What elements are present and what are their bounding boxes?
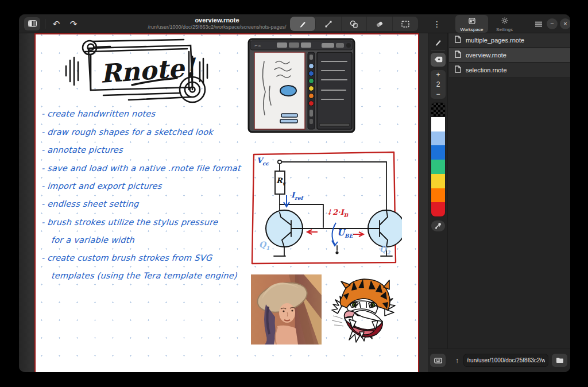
eraser-icon xyxy=(376,20,384,28)
file-name: selection.rnote xyxy=(466,67,507,73)
document-path: /run/user/1000/doc/25f863c2/workspace/sc… xyxy=(131,24,303,30)
circuit-diagram-sketch: Vcc Rv Iref ↓2·IB UBE Q1 Q2 xyxy=(250,149,402,268)
header-bar: ↶ ↷ overview.rnote /run/user/1000/doc/25… xyxy=(19,14,570,33)
folder-icon xyxy=(556,355,564,366)
pen-settings-strip: + 2 − xyxy=(428,33,448,372)
selection-rectangle-icon xyxy=(401,21,409,28)
color-swatch-green[interactable] xyxy=(431,160,445,174)
color-picker-button[interactable] xyxy=(431,220,445,231)
workspace-file-panel: multiple_pages.rnote overview.rnote sele… xyxy=(449,33,570,372)
svg-text:⌐∞: ⌐∞ xyxy=(254,44,261,48)
shaper-nodes-icon xyxy=(324,20,332,28)
navigate-up-button[interactable]: ↑ xyxy=(452,354,462,367)
minus-icon: − xyxy=(436,90,440,98)
panes-icon xyxy=(28,19,37,29)
rnote-logo-sketch: Rnote! xyxy=(47,34,219,108)
minimize-button[interactable]: − xyxy=(547,18,558,29)
app-window: ↶ ↷ overview.rnote /run/user/1000/doc/25… xyxy=(19,14,570,372)
note-line: - save and load with a native .rnote fil… xyxy=(41,164,241,173)
footer-bar: ↑ xyxy=(428,349,570,372)
close-button[interactable]: × xyxy=(560,18,570,29)
tab-settings-label: Settings xyxy=(496,27,513,32)
color-swatch-yellow[interactable] xyxy=(431,174,445,188)
selector-tool-button[interactable] xyxy=(393,17,418,31)
marker-style-button[interactable] xyxy=(431,53,446,67)
main-area: Rnote! - create handwritten notes - draw… xyxy=(19,33,570,372)
stroke-width-value: 2 xyxy=(431,80,446,90)
eraser-tool-button[interactable] xyxy=(367,17,393,31)
pen-toolbar xyxy=(290,17,418,31)
marker-icon xyxy=(434,55,443,65)
note-line: - brush strokes utilize the stylus press… xyxy=(41,218,218,227)
main-menu-button[interactable] xyxy=(532,18,546,30)
color-swatch-white[interactable] xyxy=(431,117,445,131)
color-swatch-orange[interactable] xyxy=(431,188,445,203)
note-line: - endless sheet setting xyxy=(41,199,139,208)
sidebar-toggle-button[interactable] xyxy=(24,17,40,30)
width-increase-button[interactable]: + xyxy=(431,70,446,80)
tab-workspace[interactable]: Workspace xyxy=(455,15,488,33)
file-row-multiple-pages[interactable]: multiple_pages.rnote xyxy=(449,33,570,48)
undo-button[interactable]: ↶ xyxy=(49,17,64,30)
file-row-selection[interactable]: selection.rnote xyxy=(449,63,570,78)
color-dropper-icon xyxy=(435,221,442,231)
note-line: - create custom brush strokes from SVG xyxy=(41,253,212,262)
color-swatch-blue[interactable] xyxy=(431,145,445,160)
logo-text: Rnote! xyxy=(99,52,198,88)
current-color-swatch[interactable] xyxy=(431,103,445,117)
workspace-grid-icon xyxy=(469,16,475,26)
canvas-zone: Rnote! - create handwritten notes - draw… xyxy=(19,33,428,372)
shapes-icon xyxy=(350,20,358,28)
file-row-overview[interactable]: overview.rnote xyxy=(449,48,570,63)
tiger-clipart xyxy=(330,276,397,345)
tab-settings[interactable]: Settings xyxy=(488,15,521,33)
color-swatch-lightblue[interactable] xyxy=(431,131,445,146)
undo-icon: ↶ xyxy=(53,19,60,29)
color-swatch-red[interactable] xyxy=(431,202,445,216)
lena-image xyxy=(251,274,322,345)
color-palette xyxy=(431,102,446,217)
document-icon xyxy=(455,50,461,60)
directory-path-input[interactable] xyxy=(463,354,548,367)
note-line: for a variable width xyxy=(51,235,134,245)
keyboard-icon xyxy=(434,355,442,366)
divider xyxy=(431,50,445,51)
shaper-tool-button[interactable] xyxy=(316,17,342,31)
note-line: templates (using the Tera template engin… xyxy=(51,271,237,280)
document-title: overview.rnote xyxy=(131,16,303,24)
redo-icon: ↷ xyxy=(70,19,78,29)
tab-workspace-label: Workspace xyxy=(461,27,483,32)
pen-style-icon[interactable] xyxy=(432,36,444,49)
document-title-block: overview.rnote /run/user/1000/doc/25f863… xyxy=(131,16,303,30)
brush-tool-button[interactable] xyxy=(290,17,316,31)
panel-tabs: Workspace Settings xyxy=(455,15,521,33)
note-line: - draw rough shapes for a sketched look xyxy=(41,127,213,137)
file-name: multiple_pages.rnote xyxy=(466,37,524,44)
note-line: - annotate pictures xyxy=(41,145,123,154)
stroke-width-stepper: + 2 − xyxy=(431,70,446,99)
file-name: overview.rnote xyxy=(466,52,506,59)
brush-pen-icon xyxy=(299,20,307,28)
plus-icon: + xyxy=(436,71,440,79)
shapes-tool-button[interactable] xyxy=(342,17,368,31)
keyboard-toggle-button[interactable] xyxy=(430,354,446,367)
menu-dots-icon: ⋮ xyxy=(433,20,441,29)
gear-icon xyxy=(501,16,508,26)
close-icon: × xyxy=(563,21,567,27)
document-icon xyxy=(455,65,461,75)
note-line: - create handwritten notes xyxy=(41,109,155,118)
note-line: - import and export pictures xyxy=(41,181,162,191)
up-arrow-icon: ↑ xyxy=(455,357,459,365)
width-decrease-button[interactable]: − xyxy=(431,89,446,99)
app-screenshot-drawing: ⌐∞ xyxy=(247,37,356,135)
open-folder-button[interactable] xyxy=(552,354,567,367)
document-icon xyxy=(455,35,461,45)
redo-button[interactable]: ↷ xyxy=(66,17,81,30)
canvas-menu-button[interactable]: ⋮ xyxy=(430,17,444,30)
divider xyxy=(45,19,45,29)
minimize-icon: − xyxy=(550,21,554,27)
document-page[interactable]: Rnote! - create handwritten notes - draw… xyxy=(34,33,419,372)
hamburger-menu-icon xyxy=(535,19,543,29)
